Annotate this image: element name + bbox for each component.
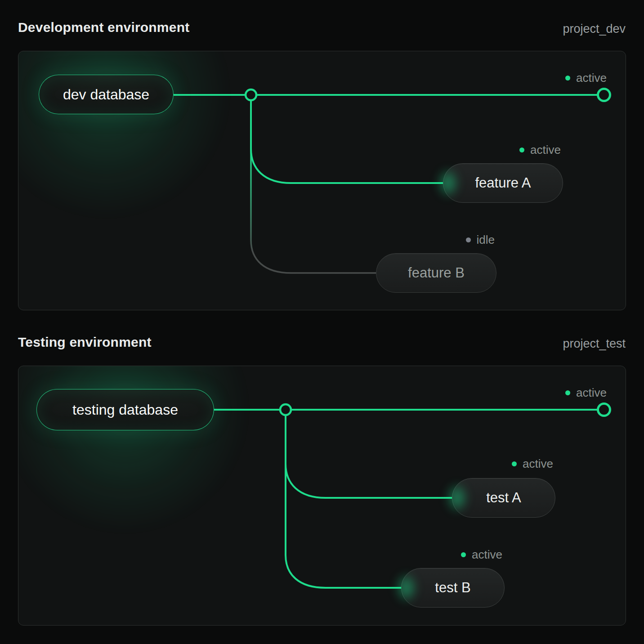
status-label: idle bbox=[477, 233, 495, 246]
branch-line-test-a bbox=[286, 410, 452, 498]
status-dot-icon bbox=[565, 76, 570, 80]
branch-node: feature A bbox=[443, 163, 563, 203]
main-branch-status: active bbox=[565, 386, 607, 399]
branch-node: test A bbox=[452, 478, 555, 518]
database-node-label: testing database bbox=[72, 402, 178, 418]
environment-title: Development environment bbox=[18, 20, 189, 35]
branch-status: active bbox=[512, 457, 553, 470]
status-dot-icon bbox=[461, 552, 466, 557]
branch-status: idle bbox=[466, 233, 495, 246]
project-name: project_dev bbox=[563, 22, 626, 36]
branch-point-icon bbox=[246, 89, 256, 100]
branch-point-icon bbox=[280, 404, 291, 415]
branch-endpoint-icon bbox=[598, 89, 610, 101]
branch-status: active bbox=[461, 548, 502, 561]
project-name: project_test bbox=[563, 337, 626, 351]
status-label: active bbox=[576, 386, 607, 399]
status-label: active bbox=[472, 548, 502, 561]
environment-panel: active dev database active feature A idl… bbox=[18, 51, 626, 310]
status-label: active bbox=[523, 457, 553, 470]
status-dot-icon bbox=[512, 461, 517, 466]
status-dot-icon bbox=[466, 237, 471, 242]
database-node: dev database bbox=[39, 75, 174, 114]
environment-panel: active testing database active test A ac… bbox=[18, 366, 626, 626]
database-node-label: dev database bbox=[63, 86, 149, 103]
status-label: active bbox=[530, 143, 561, 156]
branch-node-label: test B bbox=[435, 580, 470, 596]
branching-diagram: Development environment project_dev acti… bbox=[0, 0, 644, 644]
main-branch-status: active bbox=[565, 72, 607, 84]
status-label: active bbox=[576, 72, 607, 84]
database-node: testing database bbox=[36, 389, 214, 430]
status-dot-icon bbox=[519, 148, 524, 152]
environment-title: Testing environment bbox=[18, 335, 152, 350]
branch-node-label: feature A bbox=[475, 175, 531, 191]
branch-node: feature B bbox=[376, 253, 496, 293]
branch-endpoint-icon bbox=[598, 404, 610, 416]
branch-node: test B bbox=[401, 568, 505, 608]
branch-status: active bbox=[519, 143, 561, 156]
branch-node-label: test A bbox=[486, 490, 521, 506]
branch-line-feature-a bbox=[251, 95, 443, 183]
status-dot-icon bbox=[565, 390, 570, 395]
branch-node-label: feature B bbox=[408, 265, 465, 281]
